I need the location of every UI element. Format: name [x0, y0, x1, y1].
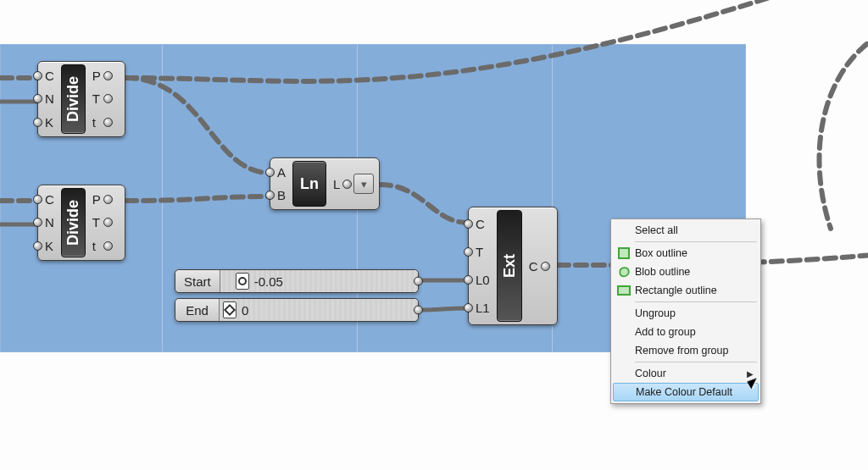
menu-item-label: Select all [633, 224, 754, 236]
slider-tag: End [175, 299, 220, 321]
menu-item-label: Ungroup [633, 307, 754, 319]
output-port[interactable]: C [524, 256, 545, 276]
menu-item[interactable]: Remove from group [613, 341, 759, 360]
slider-handle[interactable] [236, 273, 249, 290]
port-label: K [45, 115, 53, 130]
component-ext[interactable]: C T L0 L1 Ext C [468, 207, 558, 325]
port-label: C [529, 259, 538, 274]
component-line[interactable]: A B Ln L ▾ [270, 158, 380, 210]
slider-value: 0 [242, 303, 248, 318]
context-menu[interactable]: Select allBox outlineBlob outlineRectang… [610, 218, 761, 404]
input-port[interactable]: L0 [469, 270, 495, 290]
input-port[interactable]: K [38, 235, 59, 256]
menu-item[interactable]: Blob outline [613, 263, 759, 281]
output-port[interactable]: L [328, 161, 347, 207]
component-divide-2[interactable]: C N K Divide P T t [37, 185, 125, 261]
input-port[interactable]: B [270, 185, 291, 206]
port-label: t [92, 239, 96, 253]
menu-item[interactable]: Rectangle outline [613, 281, 759, 300]
slider-handle[interactable] [223, 301, 236, 318]
menu-item-label: Rectangle outline [633, 285, 754, 296]
output-port[interactable]: T [87, 213, 108, 233]
menu-separator [635, 362, 757, 362]
port-label: L0 [476, 273, 490, 287]
menu-separator [635, 301, 757, 302]
blob-icon [615, 266, 633, 278]
port-label: T [476, 245, 483, 259]
menu-item-label: Blob outline [633, 266, 754, 278]
port-label: N [45, 215, 54, 229]
port-label: C [45, 69, 54, 83]
output-port[interactable]: P [87, 190, 108, 210]
output-port[interactable]: P [87, 66, 108, 86]
slider-start[interactable]: Start -0.05 [175, 269, 419, 293]
port-label: t [92, 115, 96, 130]
rect-icon [615, 285, 633, 296]
output-port[interactable]: t [87, 235, 108, 256]
input-port[interactable]: C [38, 66, 59, 86]
port-label: C [45, 192, 54, 207]
menu-item-label: Box outline [633, 247, 754, 259]
slider-track[interactable]: 0 [220, 299, 418, 321]
port-label: P [92, 69, 101, 83]
port-label: P [92, 192, 101, 207]
input-port[interactable]: K [38, 112, 59, 132]
port-label: C [476, 217, 485, 231]
component-title: Ln [292, 161, 326, 207]
canvas[interactable]: C N K Divide P T t C N K Divide P T t A … [0, 0, 868, 470]
input-port[interactable]: C [38, 190, 59, 210]
menu-item-label: Remove from group [633, 345, 754, 357]
slider-tag: Start [175, 270, 220, 292]
output-port[interactable]: T [87, 89, 108, 109]
port-label: L1 [476, 301, 490, 315]
slider-value: -0.05 [254, 274, 283, 289]
menu-item[interactable]: Add to group [613, 323, 759, 341]
input-port[interactable]: C [469, 214, 495, 235]
port-label: T [92, 215, 100, 229]
component-title: Ext [497, 210, 522, 322]
port-label: B [277, 188, 286, 202]
submenu-arrow-icon: ▶ [747, 369, 754, 379]
component-divide-1[interactable]: C N K Divide P T t [37, 61, 125, 137]
menu-item[interactable]: Select all [613, 221, 759, 240]
port-label: A [277, 165, 286, 180]
component-title: Divide [61, 64, 86, 134]
output-port[interactable]: t [87, 112, 108, 132]
port-label: K [45, 239, 53, 253]
port-label: N [45, 91, 54, 106]
input-port[interactable]: A [270, 163, 291, 183]
input-port[interactable]: N [38, 213, 59, 233]
menu-item[interactable]: Ungroup [613, 304, 759, 323]
menu-item-label: Colour [633, 368, 747, 379]
menu-item[interactable]: Box outline [613, 244, 759, 263]
input-port[interactable]: L1 [469, 298, 495, 318]
menu-item[interactable]: Make Colour Default [613, 383, 759, 401]
slider-end[interactable]: End 0 [175, 298, 419, 322]
menu-item[interactable]: Colour▶ [613, 364, 759, 383]
input-port[interactable]: N [38, 89, 59, 109]
output-grip[interactable] [414, 306, 423, 315]
slider-track[interactable]: -0.05 [220, 270, 418, 292]
port-label: T [92, 91, 100, 106]
port-label: L [333, 177, 340, 191]
input-port[interactable]: T [469, 242, 495, 263]
component-title: Divide [61, 188, 86, 257]
menu-separator [635, 241, 757, 242]
output-grip[interactable] [414, 277, 423, 286]
menu-item-label: Add to group [633, 326, 754, 338]
menu-item-label: Make Colour Default [634, 386, 753, 398]
box-icon [615, 247, 633, 259]
preview-icon[interactable]: ▾ [353, 174, 374, 194]
